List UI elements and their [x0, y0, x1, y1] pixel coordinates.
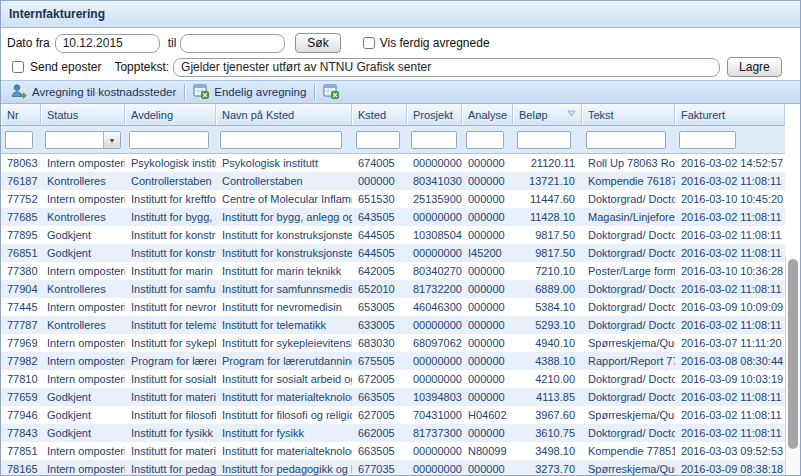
column-header-belop[interactable]: Beløp: [513, 104, 582, 125]
column-header-status[interactable]: Status: [41, 104, 125, 125]
cell-status: Intern ompostering: [41, 370, 125, 388]
column-header-tekst[interactable]: Tekst: [582, 104, 675, 125]
cell-prosjekt: 00000000: [407, 154, 462, 172]
cell-avdeling: Institutt for sykeplei: [125, 334, 216, 352]
dato-fra-input[interactable]: [55, 34, 160, 53]
column-header-nr[interactable]: Nr: [1, 104, 41, 125]
cell-status: Kontrolleres: [41, 208, 125, 226]
table-row[interactable]: 77904KontrolleresInstitutt for samfunnIn…: [1, 280, 785, 298]
cell-avdeling: Institutt for nevrome: [125, 298, 216, 316]
column-header-prosjekt[interactable]: Prosjekt: [407, 104, 462, 125]
cell-navn: Institutt for konstruksjonstekn: [216, 244, 352, 262]
status-filter-input[interactable]: [46, 132, 103, 148]
table-row[interactable]: 77380Intern omposteringInstitutt for mar…: [1, 262, 785, 280]
table-row[interactable]: 77685KontrolleresInstitutt for bygg, anI…: [1, 208, 785, 226]
vis-ferdig-avregnede-checkbox[interactable]: [363, 37, 375, 49]
filter-input-nr[interactable]: [5, 131, 33, 149]
lagre-button[interactable]: Lagre: [727, 57, 782, 77]
cell-navn: Institutt for telematikk: [216, 316, 352, 334]
filter-cell-nr: [1, 130, 41, 149]
cell-fakturert: 2016-03-02 14:52:57: [675, 154, 785, 172]
cell-navn: Centre of Molecular Inflamma: [216, 190, 352, 208]
table-row[interactable]: 76851GodkjentInstitutt for konstrukInsti…: [1, 244, 785, 262]
cell-tekst: Kompendie 77851 Ko: [582, 442, 675, 460]
avregning-til-kostnadssteder-button[interactable]: Avregning til kostnadssteder: [6, 81, 181, 103]
chevron-down-icon[interactable]: ▼: [103, 132, 120, 148]
column-header-navn[interactable]: Navn på Ksted: [216, 104, 352, 125]
table-row[interactable]: 78165Intern omposteringInstitutt for ped…: [1, 460, 785, 476]
table-row[interactable]: 77895GodkjentInstitutt for konstrukInsti…: [1, 226, 785, 244]
cell-belop: 21120.11: [513, 154, 582, 172]
filter-input-prosjekt[interactable]: [411, 131, 457, 149]
cell-ksted: 643505: [352, 208, 407, 226]
column-label: Status: [47, 109, 78, 121]
cell-prosjekt: 68097062: [407, 334, 462, 352]
table-row[interactable]: 77851Intern omposteringInstitutt for mat…: [1, 442, 785, 460]
filter-input-navn[interactable]: [220, 131, 342, 149]
cell-belop: 9817.50: [513, 244, 582, 262]
cell-navn: Institutt for materialteknologi: [216, 442, 352, 460]
cell-tekst: Spørreskjema/Questi: [582, 334, 675, 352]
column-header-ksted[interactable]: Ksted: [352, 104, 407, 125]
cell-fakturert: 2016-03-07 11:11:20: [675, 334, 785, 352]
topptekst-input[interactable]: [173, 58, 720, 77]
filter-input-avdeling[interactable]: [129, 131, 209, 149]
cell-ksted: 663505: [352, 442, 407, 460]
table-row[interactable]: 77659GodkjentInstitutt for materialInsti…: [1, 388, 785, 406]
table-row[interactable]: 76187KontrolleresControllerstabenControl…: [1, 172, 785, 190]
filter-input-ksted[interactable]: [356, 131, 400, 149]
table-row[interactable]: 78063Intern omposteringPsykologisk insti…: [1, 154, 785, 172]
cell-navn: Institutt for materialteknologi: [216, 388, 352, 406]
column-header-fakturert[interactable]: Fakturert: [675, 104, 785, 125]
cell-prosjekt: 81737300: [407, 424, 462, 442]
filter-input-tekst[interactable]: [586, 131, 666, 149]
table-row[interactable]: 77982Intern omposteringProgram for lærer…: [1, 352, 785, 370]
filter-cell-avdeling: [125, 130, 216, 149]
cell-nr: 77752: [1, 190, 41, 208]
cell-analyse: 000000: [462, 190, 513, 208]
cell-status: Intern ompostering: [41, 334, 125, 352]
cell-nr: 77946: [1, 406, 41, 424]
vertical-scrollbar[interactable]: [785, 256, 800, 476]
cell-navn: Institutt for marin teknikk: [216, 262, 352, 280]
cell-tekst: Spørreskjema/Questi: [582, 460, 675, 476]
column-header-analyse[interactable]: Analyse: [462, 104, 513, 125]
cell-belop: 9817.50: [513, 226, 582, 244]
excel-export-button[interactable]: [318, 81, 344, 103]
table-row[interactable]: 77445Intern omposteringInstitutt for nev…: [1, 298, 785, 316]
filter-input-belop[interactable]: [517, 131, 571, 149]
table-row[interactable]: 77843GodkjentInstitutt for fysikkInstitu…: [1, 424, 785, 442]
cell-status: Kontrolleres: [41, 280, 125, 298]
table-row[interactable]: 77752Intern omposteringInstitutt for kre…: [1, 190, 785, 208]
grid-header-row: NrStatusAvdelingNavn på KstedKstedProsje…: [1, 104, 785, 126]
column-label: Tekst: [588, 109, 614, 121]
cell-fakturert: 2016-03-02 11:08:11: [675, 172, 785, 190]
column-header-avdeling[interactable]: Avdeling: [125, 104, 216, 125]
table-row[interactable]: 77969Intern omposteringInstitutt for syk…: [1, 334, 785, 352]
endelig-avregning-button[interactable]: Endelig avregning: [188, 81, 311, 103]
sort-desc-icon: [567, 110, 576, 117]
cell-navn: Program for lærerutdanning (: [216, 352, 352, 370]
cell-analyse: 000000: [462, 388, 513, 406]
cell-belop: 7210.10: [513, 262, 582, 280]
cell-tekst: Doktorgrad/ Doctoral: [582, 424, 675, 442]
cell-analyse: N80099: [462, 442, 513, 460]
cell-prosjekt: 80341030: [407, 172, 462, 190]
send-eposter-checkbox[interactable]: [12, 61, 24, 73]
filter-input-analyse[interactable]: [466, 131, 504, 149]
cell-prosjekt: 10394803: [407, 388, 462, 406]
cell-avdeling: Institutt for sosialt a: [125, 370, 216, 388]
table-row[interactable]: 77787KontrolleresInstitutt for telematiI…: [1, 316, 785, 334]
cell-belop: 5293.10: [513, 316, 582, 334]
table-row[interactable]: 77946GodkjentInstitutt for filosofi oIns…: [1, 406, 785, 424]
til-input[interactable]: [180, 34, 285, 53]
cell-ksted: 677035: [352, 460, 407, 476]
status-filter-combobox[interactable]: ▼: [45, 131, 121, 149]
filter-input-fakturert[interactable]: [679, 131, 736, 149]
cell-prosjekt: 00000000: [407, 316, 462, 334]
cell-belop: 3610.75: [513, 424, 582, 442]
sok-button[interactable]: Søk: [295, 33, 340, 53]
table-row[interactable]: 77810Intern omposteringInstitutt for sos…: [1, 370, 785, 388]
cell-nr: 77904: [1, 280, 41, 298]
scrollbar-thumb[interactable]: [788, 259, 798, 449]
